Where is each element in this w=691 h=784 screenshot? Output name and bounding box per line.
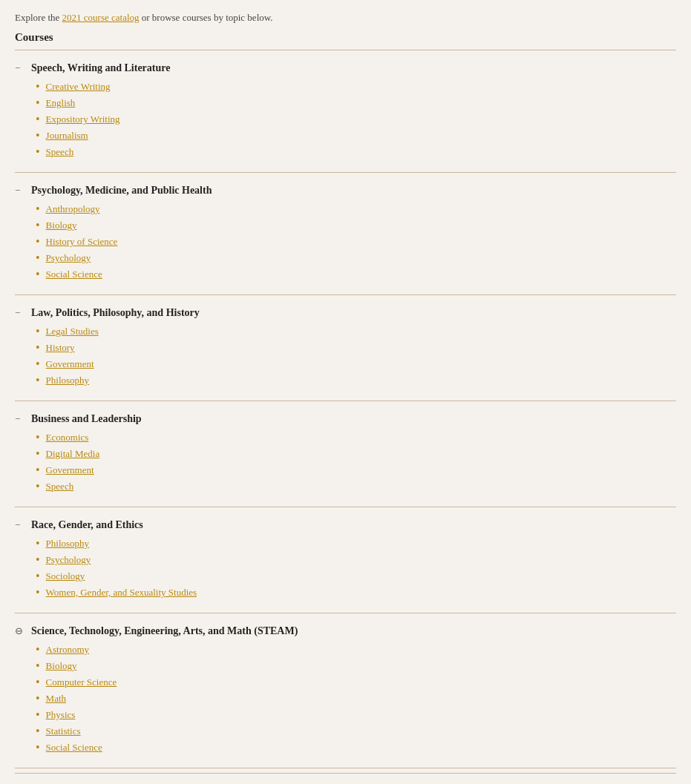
course-link[interactable]: History of Science bbox=[46, 236, 118, 248]
section-race-gender-ethics: −Race, Gender, and Ethics•Philosophy•Psy… bbox=[15, 512, 676, 608]
intro-suffix: or browse courses by topic below. bbox=[140, 12, 273, 23]
course-link[interactable]: Legal Studies bbox=[46, 326, 99, 337]
section-business-leadership: −Business and Leadership•Economics•Digit… bbox=[15, 406, 676, 502]
section-title-steam: Science, Technology, Engineering, Arts, … bbox=[31, 625, 298, 637]
section-title-business-leadership: Business and Leadership bbox=[31, 413, 142, 425]
bullet-icon: • bbox=[36, 693, 40, 705]
course-link[interactable]: Creative Writing bbox=[46, 81, 111, 93]
section-header-law-politics-philosophy-history[interactable]: −Law, Politics, Philosophy, and History bbox=[15, 300, 676, 323]
course-link[interactable]: English bbox=[46, 97, 76, 109]
section-items-steam: •Astronomy•Biology•Computer Science•Math… bbox=[15, 642, 676, 763]
bullet-icon: • bbox=[36, 709, 40, 721]
bottom-divider bbox=[15, 773, 676, 774]
course-link[interactable]: Social Science bbox=[46, 269, 102, 280]
bullet-icon: • bbox=[36, 448, 40, 460]
section-header-steam[interactable]: ⊖Science, Technology, Engineering, Arts,… bbox=[15, 618, 676, 642]
section-header-psychology-medicine-public-health[interactable]: −Psychology, Medicine, and Public Health bbox=[15, 177, 676, 201]
course-link[interactable]: Speech bbox=[46, 481, 74, 493]
course-link[interactable]: Math bbox=[46, 693, 66, 705]
bullet-icon: • bbox=[36, 113, 40, 125]
collapse-icon-psychology-medicine-public-health[interactable]: − bbox=[15, 185, 25, 197]
course-link[interactable]: Women, Gender, and Sexuality Studies bbox=[46, 587, 197, 599]
bullet-icon: • bbox=[36, 538, 40, 550]
top-divider bbox=[15, 50, 676, 50]
section-divider-race-gender-ethics bbox=[15, 613, 676, 613]
list-item: •English bbox=[36, 95, 676, 111]
list-item: •Biology bbox=[36, 658, 676, 674]
bullet-icon: • bbox=[36, 81, 40, 93]
list-item: •Biology bbox=[36, 217, 676, 234]
section-items-psychology-medicine-public-health: •Anthropology•Biology•History of Science… bbox=[15, 201, 676, 290]
bullet-icon: • bbox=[36, 570, 40, 582]
section-speech-writing-literature: −Speech, Writing and Literature•Creative… bbox=[15, 55, 676, 168]
list-item: •Digital Media bbox=[36, 446, 676, 462]
section-items-speech-writing-literature: •Creative Writing•English•Expository Wri… bbox=[15, 79, 676, 168]
course-link[interactable]: Philosophy bbox=[46, 538, 90, 550]
bullet-icon: • bbox=[36, 236, 40, 248]
course-link[interactable]: Statistics bbox=[46, 725, 81, 737]
section-divider-steam bbox=[15, 768, 676, 768]
bullet-icon: • bbox=[36, 375, 40, 386]
list-item: •Speech bbox=[36, 144, 676, 160]
list-item: •Statistics bbox=[36, 723, 676, 739]
list-item: •Psychology bbox=[36, 250, 676, 266]
course-link[interactable]: Government bbox=[46, 358, 94, 370]
section-title-psychology-medicine-public-health: Psychology, Medicine, and Public Health bbox=[31, 185, 212, 197]
course-link[interactable]: Psychology bbox=[46, 252, 91, 264]
course-link[interactable]: Computer Science bbox=[46, 676, 117, 688]
list-item: •Legal Studies bbox=[36, 323, 676, 340]
courses-heading: Courses bbox=[15, 31, 676, 44]
section-steam: ⊖Science, Technology, Engineering, Arts,… bbox=[15, 618, 676, 763]
bullet-icon: • bbox=[36, 554, 40, 566]
section-title-law-politics-philosophy-history: Law, Politics, Philosophy, and History bbox=[31, 307, 200, 319]
bullet-icon: • bbox=[36, 481, 40, 493]
list-item: •Journalism bbox=[36, 128, 676, 144]
course-link[interactable]: Government bbox=[46, 464, 94, 476]
section-divider-law-politics-philosophy-history bbox=[15, 401, 676, 401]
course-link[interactable]: Sociology bbox=[46, 570, 85, 582]
collapse-icon-business-leadership[interactable]: − bbox=[15, 413, 25, 425]
bullet-icon: • bbox=[36, 130, 40, 142]
bullet-icon: • bbox=[36, 358, 40, 370]
course-link[interactable]: Speech bbox=[46, 146, 74, 158]
catalog-link[interactable]: 2021 course catalog bbox=[62, 12, 140, 23]
bullet-icon: • bbox=[36, 676, 40, 688]
list-item: •Social Science bbox=[36, 266, 676, 283]
list-item: •History of Science bbox=[36, 234, 676, 250]
section-header-business-leadership[interactable]: −Business and Leadership bbox=[15, 406, 676, 429]
sections-container: −Speech, Writing and Literature•Creative… bbox=[15, 55, 676, 768]
course-link[interactable]: Physics bbox=[46, 709, 76, 721]
list-item: •Computer Science bbox=[36, 674, 676, 691]
section-header-race-gender-ethics[interactable]: −Race, Gender, and Ethics bbox=[15, 512, 676, 536]
section-items-law-politics-philosophy-history: •Legal Studies•History•Government•Philos… bbox=[15, 323, 676, 396]
course-link[interactable]: Biology bbox=[46, 660, 77, 672]
list-item: •Speech bbox=[36, 478, 676, 495]
course-link[interactable]: Expository Writing bbox=[46, 113, 120, 125]
course-link[interactable]: Philosophy bbox=[46, 375, 90, 386]
course-link[interactable]: Astronomy bbox=[46, 644, 90, 656]
list-item: •Math bbox=[36, 691, 676, 707]
section-psychology-medicine-public-health: −Psychology, Medicine, and Public Health… bbox=[15, 177, 676, 290]
collapse-icon-steam[interactable]: ⊖ bbox=[15, 625, 25, 637]
bullet-icon: • bbox=[36, 97, 40, 109]
bullet-icon: • bbox=[36, 742, 40, 754]
collapse-icon-race-gender-ethics[interactable]: − bbox=[15, 519, 25, 531]
bullet-icon: • bbox=[36, 587, 40, 599]
bullet-icon: • bbox=[36, 269, 40, 280]
section-header-speech-writing-literature[interactable]: −Speech, Writing and Literature bbox=[15, 55, 676, 79]
course-link[interactable]: Journalism bbox=[46, 130, 88, 142]
collapse-icon-speech-writing-literature[interactable]: − bbox=[15, 62, 25, 74]
course-link[interactable]: Digital Media bbox=[46, 448, 100, 460]
collapse-icon-law-politics-philosophy-history[interactable]: − bbox=[15, 307, 25, 319]
course-link[interactable]: Social Science bbox=[46, 742, 102, 754]
bullet-icon: • bbox=[36, 203, 40, 215]
course-link[interactable]: Psychology bbox=[46, 554, 91, 566]
course-link[interactable]: History bbox=[46, 342, 75, 354]
course-link[interactable]: Anthropology bbox=[46, 203, 100, 215]
section-title-speech-writing-literature: Speech, Writing and Literature bbox=[31, 62, 170, 74]
course-link[interactable]: Biology bbox=[46, 220, 77, 231]
bullet-icon: • bbox=[36, 342, 40, 354]
course-link[interactable]: Economics bbox=[46, 432, 89, 444]
list-item: •Government bbox=[36, 356, 676, 372]
intro-prefix: Explore the bbox=[15, 12, 62, 23]
